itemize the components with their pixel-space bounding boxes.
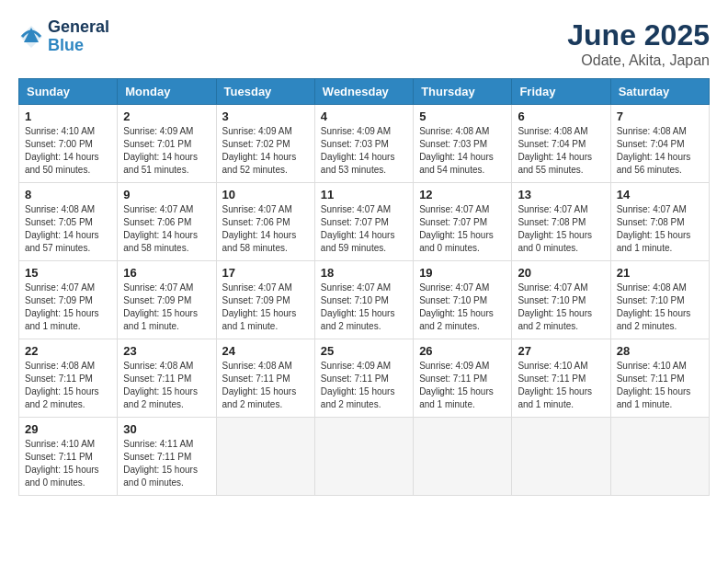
day-cell-25: 25 Sunrise: 4:09 AM Sunset: 7:11 PM Dayl… <box>314 339 413 418</box>
calendar-title: June 2025 <box>567 18 710 52</box>
empty-cell <box>414 418 512 496</box>
day-info: Sunrise: 4:10 AM Sunset: 7:11 PM Dayligh… <box>25 438 111 489</box>
day-number: 1 <box>25 109 111 123</box>
day-cell-20: 20 Sunrise: 4:07 AM Sunset: 7:10 PM Dayl… <box>512 261 610 339</box>
header-sunday: Sunday <box>19 79 118 105</box>
day-cell-26: 26 Sunrise: 4:09 AM Sunset: 7:11 PM Dayl… <box>414 339 512 418</box>
week-row-4: 22 Sunrise: 4:08 AM Sunset: 7:11 PM Dayl… <box>19 339 710 418</box>
day-info: Sunrise: 4:08 AM Sunset: 7:05 PM Dayligh… <box>25 203 111 255</box>
day-number: 15 <box>25 266 111 280</box>
day-number: 2 <box>123 109 210 123</box>
day-info: Sunrise: 4:07 AM Sunset: 7:06 PM Dayligh… <box>222 203 309 255</box>
day-cell-1: 1 Sunrise: 4:10 AM Sunset: 7:00 PM Dayli… <box>19 105 118 183</box>
day-info: Sunrise: 4:09 AM Sunset: 7:03 PM Dayligh… <box>321 125 407 177</box>
logo-line1: General <box>48 18 109 37</box>
day-info: Sunrise: 4:07 AM Sunset: 7:08 PM Dayligh… <box>617 203 703 255</box>
week-row-3: 15 Sunrise: 4:07 AM Sunset: 7:09 PM Dayl… <box>19 261 710 339</box>
day-number: 4 <box>321 109 407 123</box>
day-info: Sunrise: 4:07 AM Sunset: 7:07 PM Dayligh… <box>419 203 506 255</box>
day-info: Sunrise: 4:09 AM Sunset: 7:02 PM Dayligh… <box>222 125 309 177</box>
day-number: 13 <box>518 188 604 201</box>
day-info: Sunrise: 4:08 AM Sunset: 7:04 PM Dayligh… <box>617 125 703 177</box>
day-cell-18: 18 Sunrise: 4:07 AM Sunset: 7:10 PM Dayl… <box>314 261 413 339</box>
day-info: Sunrise: 4:10 AM Sunset: 7:11 PM Dayligh… <box>518 360 604 411</box>
day-cell-8: 8 Sunrise: 4:08 AM Sunset: 7:05 PM Dayli… <box>19 183 118 261</box>
day-number: 10 <box>222 188 309 201</box>
day-info: Sunrise: 4:09 AM Sunset: 7:11 PM Dayligh… <box>321 360 407 411</box>
day-cell-19: 19 Sunrise: 4:07 AM Sunset: 7:10 PM Dayl… <box>414 261 512 339</box>
empty-cell <box>314 418 413 496</box>
header-wednesday: Wednesday <box>314 79 413 105</box>
day-number: 23 <box>123 344 210 358</box>
day-cell-16: 16 Sunrise: 4:07 AM Sunset: 7:09 PM Dayl… <box>118 261 216 339</box>
day-number: 3 <box>222 109 309 123</box>
day-info: Sunrise: 4:07 AM Sunset: 7:07 PM Dayligh… <box>321 203 407 255</box>
day-info: Sunrise: 4:08 AM Sunset: 7:10 PM Dayligh… <box>617 282 703 333</box>
header-thursday: Thursday <box>414 79 512 105</box>
day-info: Sunrise: 4:08 AM Sunset: 7:03 PM Dayligh… <box>419 125 506 177</box>
empty-cell <box>216 418 314 496</box>
week-row-2: 8 Sunrise: 4:08 AM Sunset: 7:05 PM Dayli… <box>19 183 710 261</box>
day-number: 12 <box>419 188 506 201</box>
title-block: June 2025 Odate, Akita, Japan <box>567 18 710 69</box>
day-cell-4: 4 Sunrise: 4:09 AM Sunset: 7:03 PM Dayli… <box>314 105 413 183</box>
day-number: 29 <box>25 422 111 436</box>
day-cell-2: 2 Sunrise: 4:09 AM Sunset: 7:01 PM Dayli… <box>118 105 216 183</box>
day-cell-24: 24 Sunrise: 4:08 AM Sunset: 7:11 PM Dayl… <box>216 339 314 418</box>
day-cell-13: 13 Sunrise: 4:07 AM Sunset: 7:08 PM Dayl… <box>512 183 610 261</box>
header-tuesday: Tuesday <box>216 79 314 105</box>
day-info: Sunrise: 4:07 AM Sunset: 7:06 PM Dayligh… <box>123 203 210 255</box>
calendar-table: Sunday Monday Tuesday Wednesday Thursday… <box>18 78 710 496</box>
day-number: 20 <box>518 266 604 280</box>
day-cell-30: 30 Sunrise: 4:11 AM Sunset: 7:11 PM Dayl… <box>118 418 216 496</box>
day-number: 21 <box>617 266 703 280</box>
day-number: 30 <box>123 422 210 436</box>
day-number: 6 <box>518 109 604 123</box>
page-header: General Blue June 2025 Odate, Akita, Jap… <box>18 18 710 69</box>
day-number: 28 <box>617 344 703 358</box>
day-cell-10: 10 Sunrise: 4:07 AM Sunset: 7:06 PM Dayl… <box>216 183 314 261</box>
day-cell-27: 27 Sunrise: 4:10 AM Sunset: 7:11 PM Dayl… <box>512 339 610 418</box>
header-saturday: Saturday <box>610 79 709 105</box>
day-number: 11 <box>321 188 407 201</box>
day-number: 14 <box>617 188 703 201</box>
week-row-5: 29 Sunrise: 4:10 AM Sunset: 7:11 PM Dayl… <box>19 418 710 496</box>
day-cell-14: 14 Sunrise: 4:07 AM Sunset: 7:08 PM Dayl… <box>610 183 709 261</box>
day-cell-15: 15 Sunrise: 4:07 AM Sunset: 7:09 PM Dayl… <box>19 261 118 339</box>
header-monday: Monday <box>118 79 216 105</box>
day-cell-12: 12 Sunrise: 4:07 AM Sunset: 7:07 PM Dayl… <box>414 183 512 261</box>
day-cell-22: 22 Sunrise: 4:08 AM Sunset: 7:11 PM Dayl… <box>19 339 118 418</box>
empty-cell <box>610 418 709 496</box>
calendar-subtitle: Odate, Akita, Japan <box>567 52 710 69</box>
logo-icon <box>18 24 44 50</box>
day-cell-28: 28 Sunrise: 4:10 AM Sunset: 7:11 PM Dayl… <box>610 339 709 418</box>
day-cell-5: 5 Sunrise: 4:08 AM Sunset: 7:03 PM Dayli… <box>414 105 512 183</box>
day-info: Sunrise: 4:10 AM Sunset: 7:00 PM Dayligh… <box>25 125 111 177</box>
day-cell-11: 11 Sunrise: 4:07 AM Sunset: 7:07 PM Dayl… <box>314 183 413 261</box>
day-number: 25 <box>321 344 407 358</box>
day-info: Sunrise: 4:07 AM Sunset: 7:09 PM Dayligh… <box>25 282 111 333</box>
empty-cell <box>512 418 610 496</box>
day-cell-29: 29 Sunrise: 4:10 AM Sunset: 7:11 PM Dayl… <box>19 418 118 496</box>
day-info: Sunrise: 4:07 AM Sunset: 7:10 PM Dayligh… <box>518 282 604 333</box>
day-number: 27 <box>518 344 604 358</box>
day-number: 9 <box>123 188 210 201</box>
logo-line2: Blue <box>48 37 109 55</box>
day-info: Sunrise: 4:09 AM Sunset: 7:11 PM Dayligh… <box>419 360 506 411</box>
day-cell-6: 6 Sunrise: 4:08 AM Sunset: 7:04 PM Dayli… <box>512 105 610 183</box>
day-number: 8 <box>25 188 111 201</box>
weekday-header-row: Sunday Monday Tuesday Wednesday Thursday… <box>19 79 710 105</box>
week-row-1: 1 Sunrise: 4:10 AM Sunset: 7:00 PM Dayli… <box>19 105 710 183</box>
day-cell-3: 3 Sunrise: 4:09 AM Sunset: 7:02 PM Dayli… <box>216 105 314 183</box>
day-number: 24 <box>222 344 309 358</box>
day-info: Sunrise: 4:09 AM Sunset: 7:01 PM Dayligh… <box>123 125 210 177</box>
day-number: 22 <box>25 344 111 358</box>
day-info: Sunrise: 4:08 AM Sunset: 7:04 PM Dayligh… <box>518 125 604 177</box>
day-info: Sunrise: 4:07 AM Sunset: 7:08 PM Dayligh… <box>518 203 604 255</box>
day-info: Sunrise: 4:07 AM Sunset: 7:10 PM Dayligh… <box>321 282 407 333</box>
day-number: 19 <box>419 266 506 280</box>
logo: General Blue <box>18 18 109 55</box>
day-number: 16 <box>123 266 210 280</box>
day-info: Sunrise: 4:08 AM Sunset: 7:11 PM Dayligh… <box>123 360 210 411</box>
day-info: Sunrise: 4:07 AM Sunset: 7:09 PM Dayligh… <box>222 282 309 333</box>
